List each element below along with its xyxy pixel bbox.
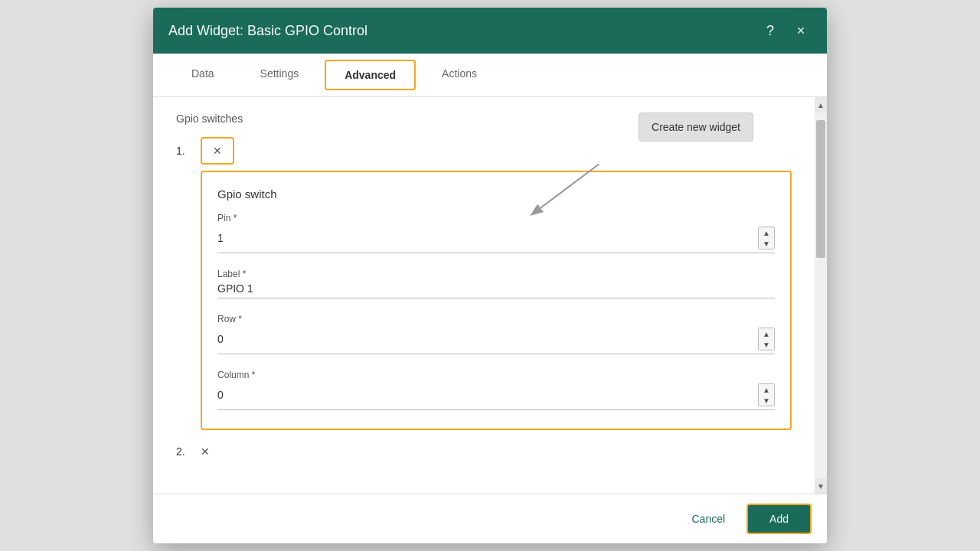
spin-up-column[interactable]: ▲: [759, 384, 774, 395]
header-actions: ? ×: [760, 20, 812, 41]
tab-data[interactable]: Data: [168, 54, 237, 96]
tooltip-text: Create new widget: [652, 121, 740, 133]
spin-up-row[interactable]: ▲: [759, 328, 774, 339]
switch-item-1: 1. ✕ Gpio switch: [176, 137, 792, 430]
form-title-1: Gpio switch: [217, 187, 775, 201]
input-wrap-pin: ▲ ▼: [217, 227, 775, 253]
label-pin: Pin *: [217, 213, 775, 223]
switch-form-1: Gpio switch Pin * ▲: [201, 171, 792, 430]
tab-settings[interactable]: Settings: [237, 54, 322, 96]
field-row: Row * ▲ ▼: [217, 314, 775, 354]
modal-footer: Cancel Add: [153, 494, 827, 543]
close-button[interactable]: ×: [790, 20, 812, 41]
input-wrap-label: [217, 282, 775, 298]
tooltip-arrow: [516, 158, 616, 220]
input-wrap-row: ▲ ▼: [217, 328, 775, 354]
switch-item-2: 2. ✕: [176, 439, 792, 458]
spin-down-column[interactable]: ▼: [759, 395, 774, 406]
label-label: Label *: [217, 269, 775, 279]
spinner-column: ▲ ▼: [758, 383, 775, 406]
switch-row-2: 2. ✕: [176, 445, 792, 458]
tabs-bar: Data Settings Advanced Actions: [153, 54, 827, 97]
modal-body: Data Settings Advanced Actions Create ne…: [153, 54, 827, 543]
spin-down-pin[interactable]: ▼: [759, 238, 774, 249]
input-row[interactable]: [217, 333, 758, 345]
scroll-area: Create new widget Gpio switches: [153, 97, 815, 494]
field-column: Column * ▲ ▼: [217, 370, 775, 410]
scroll-thumb: [816, 120, 825, 258]
modal-title: Add Widget: Basic GPIO Control: [168, 23, 368, 39]
switch-number-2: 2.: [176, 445, 194, 458]
input-label[interactable]: [217, 282, 775, 295]
scroll-up-arrow[interactable]: ▲: [815, 97, 827, 112]
input-wrap-column: ▲ ▼: [217, 383, 775, 410]
remove-switch-2-icon[interactable]: ✕: [201, 445, 210, 458]
scrollbar: ▲ ▼: [815, 97, 827, 494]
input-pin[interactable]: [217, 232, 758, 244]
tab-actions[interactable]: Actions: [419, 54, 500, 96]
help-button[interactable]: ?: [760, 20, 781, 41]
add-button[interactable]: Add: [746, 504, 812, 534]
switch-number-1: 1.: [176, 145, 194, 157]
spinner-row: ▲ ▼: [758, 328, 775, 350]
input-column[interactable]: [217, 389, 758, 401]
tooltip-box: Create new widget: [639, 112, 753, 142]
scroll-down-arrow[interactable]: ▼: [815, 478, 827, 494]
tab-advanced[interactable]: Advanced: [325, 60, 416, 90]
switch-list: 1. ✕ Gpio switch: [176, 137, 792, 458]
spin-down-row[interactable]: ▼: [759, 339, 774, 350]
modal-dialog: Add Widget: Basic GPIO Control ? × Data …: [153, 8, 827, 543]
switch-tag-1[interactable]: ✕: [201, 137, 234, 165]
label-row: Row *: [217, 314, 775, 324]
scroll-track[interactable]: [815, 112, 827, 478]
field-pin: Pin * ▲ ▼: [217, 213, 775, 253]
cancel-button[interactable]: Cancel: [679, 507, 737, 531]
spin-up-pin[interactable]: ▲: [759, 227, 774, 238]
modal-header: Add Widget: Basic GPIO Control ? ×: [153, 8, 827, 54]
modal-content: Data Settings Advanced Actions Create ne…: [153, 54, 827, 543]
label-column: Column *: [217, 370, 775, 380]
spinner-pin: ▲ ▼: [758, 227, 775, 249]
field-label: Label *: [217, 269, 775, 298]
svg-line-0: [533, 165, 599, 214]
remove-switch-1-icon[interactable]: ✕: [213, 145, 222, 157]
